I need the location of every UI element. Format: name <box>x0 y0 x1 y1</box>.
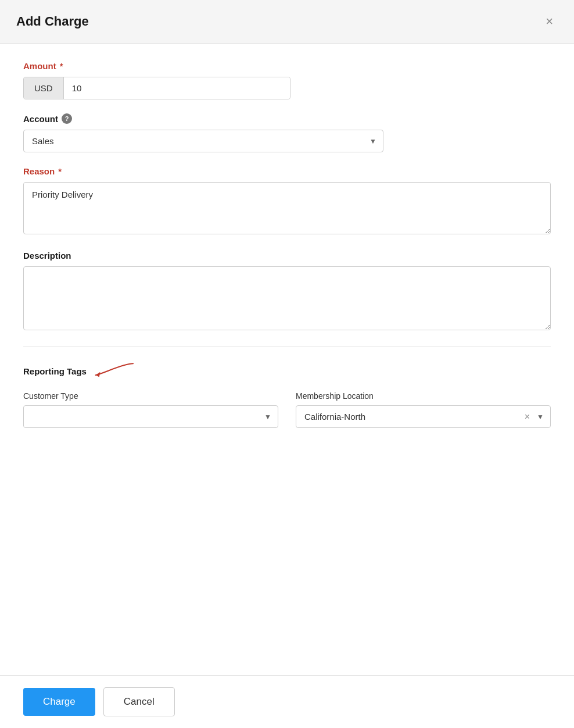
reason-textarea[interactable]: Priority Delivery <box>23 182 551 234</box>
account-help-icon[interactable]: ? <box>62 113 72 124</box>
add-charge-dialog: Add Charge × Amount* USD Account ? Sales <box>0 0 574 728</box>
reporting-tags-header: Reporting Tags <box>23 361 551 381</box>
amount-field-group: Amount* USD <box>23 61 551 99</box>
currency-badge: USD <box>24 77 64 99</box>
reporting-tags-columns: Customer Type Individual Business ▼ Memb… <box>23 391 551 428</box>
customer-type-select-wrapper: Individual Business ▼ <box>23 405 278 428</box>
account-label: Account ? <box>23 113 551 124</box>
close-button[interactable]: × <box>541 13 558 30</box>
reason-label: Reason* <box>23 166 551 176</box>
dialog-body: Amount* USD Account ? Sales Revenue Othe… <box>0 44 574 675</box>
dialog-footer: Charge Cancel <box>0 675 574 728</box>
dialog-header: Add Charge × <box>0 0 574 44</box>
reporting-tags-arrow-annotation <box>92 361 139 381</box>
description-field-group: Description <box>23 251 551 333</box>
description-textarea[interactable] <box>23 266 551 330</box>
membership-location-select-wrapper: California-North California-South New Yo… <box>296 405 551 428</box>
membership-location-clear-button[interactable]: × <box>522 412 532 422</box>
amount-label: Amount* <box>23 61 551 71</box>
amount-input[interactable] <box>64 77 290 99</box>
customer-type-label: Customer Type <box>23 391 278 401</box>
section-divider <box>23 347 551 347</box>
customer-type-col: Customer Type Individual Business ▼ <box>23 391 278 428</box>
dialog-title: Add Charge <box>16 14 89 29</box>
membership-location-label: Membership Location <box>296 391 551 401</box>
reporting-tags-label: Reporting Tags <box>23 366 87 376</box>
account-field-group: Account ? Sales Revenue Other ▼ <box>23 113 551 152</box>
cancel-button[interactable]: Cancel <box>103 687 175 716</box>
reporting-tags-section: Reporting Tags Customer Type <box>23 361 551 428</box>
amount-input-row: USD <box>23 77 290 99</box>
charge-button[interactable]: Charge <box>23 688 95 716</box>
description-label: Description <box>23 251 551 260</box>
account-select[interactable]: Sales Revenue Other <box>23 130 383 152</box>
customer-type-select[interactable]: Individual Business <box>23 405 278 428</box>
membership-location-select[interactable]: California-North California-South New Yo… <box>296 405 551 428</box>
red-arrow-icon <box>92 361 139 379</box>
reason-field-group: Reason* Priority Delivery <box>23 166 551 237</box>
membership-location-col: Membership Location California-North Cal… <box>296 391 551 428</box>
account-select-wrapper: Sales Revenue Other ▼ <box>23 130 383 152</box>
